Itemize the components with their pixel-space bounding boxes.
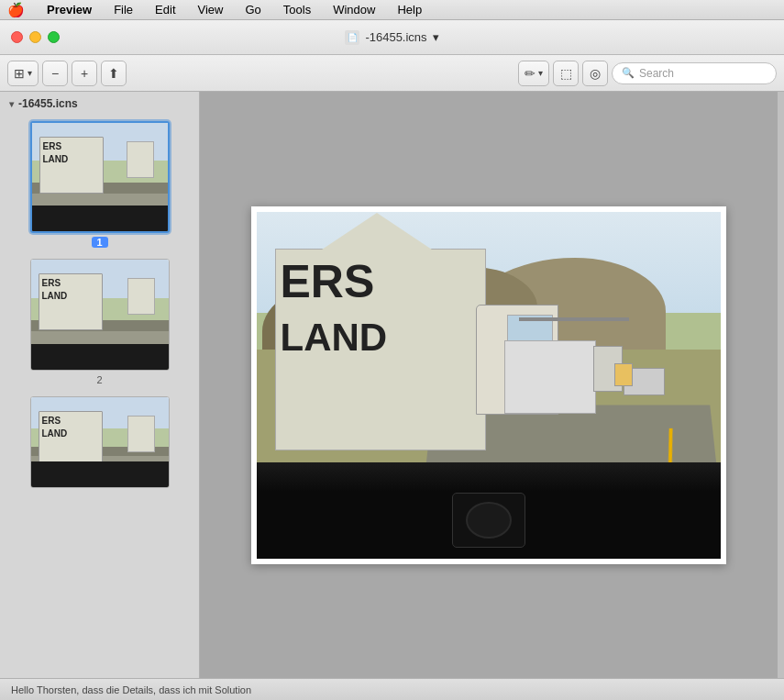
menubar-file[interactable]: File [110,1,137,18]
truck-top [322,213,432,250]
share-button[interactable]: ⬆ [101,61,127,86]
bottom-text: Hello Thorsten, dass die Details, dass i… [11,684,251,695]
badge-1: 1 [92,237,108,248]
content-area: ERS LAND [200,92,777,678]
truck-body-1: ERSLAND [39,137,104,194]
truck-text-ers: ERS [281,259,375,305]
minimize-button[interactable] [29,31,41,43]
sidebar-filename: -16455.icns [18,97,78,110]
menubar-window[interactable]: Window [329,1,379,18]
small-truck-3 [127,416,155,452]
truck-body-3: ERSLAND [39,411,103,468]
sidebar-header: ▾ -16455.icns [0,92,199,116]
mid-truck [504,340,596,414]
titlebar: 📄 -16455.icns ▾ [0,20,784,55]
view-button[interactable]: ⊞ [7,61,39,86]
menubar-app[interactable]: Preview [43,1,95,18]
toolbar-right: ✏ ⬚ ◎ 🔍 Search [518,61,777,86]
list-item[interactable]: ERSLAND [6,396,193,488]
thumbnail-1[interactable]: ERSLAND [30,121,170,233]
dash-item [452,493,525,548]
thumbnail-3[interactable]: ERSLAND [30,396,170,488]
window-title: 📄 -16455.icns ▾ [345,30,438,45]
menubar-view[interactable]: View [194,1,227,18]
zoom-out-button[interactable]: − [42,61,68,86]
maximize-button[interactable] [48,31,60,43]
dashboard [257,462,721,559]
truck-text-3: ERSLAND [42,415,68,440]
menubar-go[interactable]: Go [241,1,264,18]
dashboard-2 [31,344,169,370]
bottom-bar: Hello Thorsten, dass die Details, dass i… [0,678,784,700]
window-controls [11,31,60,43]
main-truck: ERS LAND [275,249,486,450]
dashboard-1 [32,206,168,231]
truck-text-1: ERSLAND [43,140,69,166]
apple-menu[interactable]: 🍎 [7,2,25,18]
right-panel [777,92,784,678]
list-item[interactable]: ERSLAND 1 [6,121,193,248]
file-icon: 📄 [345,30,359,45]
menubar-tools[interactable]: Tools [280,1,315,18]
truck-text-2: ERSLAND [42,277,68,303]
sidebar-items: ERSLAND 1 ERSLAND [0,116,199,494]
search-icon: 🔍 [622,67,635,79]
bridge [519,317,629,321]
crop-button[interactable]: ⬚ [553,61,579,86]
thumb-scene-2: ERSLAND [31,260,169,370]
dash-knob [466,502,512,539]
thumb-scene-1: ERSLAND [32,123,168,231]
main-image-frame: ERS LAND [251,206,726,564]
truck-text-land: LAND [281,318,388,357]
zoom-in-button[interactable]: + [72,61,97,86]
close-button[interactable] [11,31,23,43]
main-scene: ERS LAND [257,212,721,559]
list-item[interactable]: ERSLAND 2 [6,259,193,385]
menubar-edit[interactable]: Edit [151,1,179,18]
sidebar-chevron[interactable]: ▾ [9,99,14,109]
title-chevron[interactable]: ▾ [433,30,439,44]
person-button[interactable]: ◎ [582,61,608,86]
search-placeholder: Search [639,67,674,80]
menubar-help[interactable]: Help [393,1,425,18]
search-box[interactable]: 🔍 Search [612,62,777,84]
small-truck-2 [127,278,155,315]
truck-body-2: ERSLAND [39,273,103,330]
menubar: 🍎 Preview File Edit View Go Tools Window… [0,0,784,20]
thumb-number-2: 2 [96,374,102,385]
main-area: ▾ -16455.icns ERSLAND 1 [0,92,784,678]
thumb-scene-3: ERSLAND [31,397,169,487]
yellow-truck [614,363,633,386]
filename-label: -16455.icns [365,30,426,44]
annotate-button[interactable]: ✏ [518,61,549,86]
toolbar: ⊞ − + ⬆ ✏ ⬚ ◎ 🔍 Search [0,55,784,92]
thumbnail-2[interactable]: ERSLAND [30,259,170,371]
sidebar: ▾ -16455.icns ERSLAND 1 [0,92,200,678]
dashboard-3 [31,461,169,487]
small-truck-1 [127,141,154,178]
